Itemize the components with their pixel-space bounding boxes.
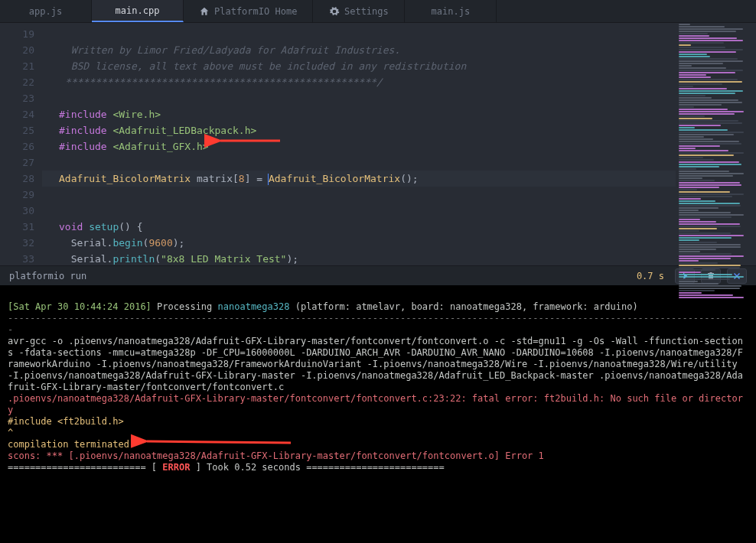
- term-env: nanoatmega328: [218, 301, 290, 312]
- line-number: 29: [0, 187, 34, 203]
- tab-label: main.cpp: [116, 5, 160, 16]
- term-footer: ========================= [ ERROR ] Took…: [8, 462, 445, 473]
- term-error-line: .pioenvs/nanoatmega328/Adafruit-GFX-Libr…: [8, 393, 743, 415]
- code-line: BSD license, all text above must be incl…: [42, 58, 756, 74]
- line-number: 22: [0, 74, 34, 90]
- line-number: 28: [0, 171, 34, 187]
- code-line: [42, 203, 756, 219]
- term-error-caret: ^: [8, 428, 13, 438]
- line-number: 27: [0, 154, 34, 171]
- code-view[interactable]: Written by Limor Fried/Ladyada for Adafr…: [42, 23, 756, 265]
- code-line: #include <Adafruit_GFX.h>: [42, 138, 756, 154]
- line-number: 32: [0, 235, 34, 251]
- code-line: Serial.println("8x8 LED Matrix Test");: [42, 251, 756, 265]
- tab-label: app.js: [29, 6, 62, 17]
- tab-label: main.js: [432, 6, 471, 17]
- line-number: 23: [0, 90, 34, 106]
- status-bar: platformio run 0.7 s: [0, 265, 756, 285]
- code-line: void setup() {: [42, 219, 756, 235]
- code-line: Adafruit_BicolorMatrix matrix[8] = Adafr…: [42, 171, 756, 187]
- code-line: Serial.begin(9600);: [42, 235, 756, 251]
- tab-main-cpp[interactable]: main.cpp: [92, 0, 184, 22]
- term-gcc-cmd: avr-gcc -o .pioenvs/nanoatmega328/Adafru…: [8, 336, 743, 392]
- tab-label: Settings: [344, 6, 389, 17]
- line-number: 31: [0, 219, 34, 235]
- term-error-terminated: compilation terminated.: [8, 439, 135, 450]
- status-command: platformio run: [9, 271, 86, 281]
- code-line: [42, 26, 756, 42]
- tab-label: PlatformIO Home: [214, 6, 297, 17]
- tab-main-js[interactable]: main.js: [405, 0, 497, 22]
- status-time: 0.7 s: [637, 271, 664, 281]
- line-number: 33: [0, 251, 34, 265]
- tab-app-js[interactable]: app.js: [0, 0, 92, 22]
- terminal-output[interactable]: [Sat Apr 30 10:44:24 2016] Processing na…: [0, 285, 756, 543]
- line-number: 25: [0, 122, 34, 138]
- minimap[interactable]: [676, 23, 756, 265]
- term-text: Processing: [152, 301, 218, 312]
- code-line: [42, 187, 756, 203]
- editor-area: 19202122232425262728293031323334 Written…: [0, 23, 756, 265]
- tab-platformio-home[interactable]: PlatformIO Home: [184, 0, 313, 22]
- home-icon: [199, 6, 210, 17]
- line-number: 30: [0, 203, 34, 219]
- code-line: [42, 154, 756, 171]
- code-line: Written by Limor Fried/Ladyada for Adafr…: [42, 42, 756, 58]
- line-gutter: 19202122232425262728293031323334: [0, 23, 42, 265]
- tab-bar: app.jsmain.cppPlatformIO HomeSettingsmai…: [0, 0, 756, 23]
- line-number: 24: [0, 106, 34, 122]
- term-error-include: #include <ft2build.h>: [8, 416, 124, 427]
- code-line: ****************************************…: [42, 74, 756, 90]
- code-line: #include <Adafruit_LEDBackpack.h>: [42, 122, 756, 138]
- term-divider: ----------------------------------------…: [8, 313, 743, 335]
- line-number: 21: [0, 58, 34, 74]
- line-number: 26: [0, 138, 34, 154]
- gear-icon: [329, 6, 340, 17]
- code-line: [42, 90, 756, 106]
- code-line: #include <Wire.h>: [42, 106, 756, 122]
- term-timestamp: [Sat Apr 30 10:44:24 2016]: [8, 301, 152, 312]
- line-number: 19: [0, 26, 34, 42]
- tab-settings[interactable]: Settings: [313, 0, 405, 22]
- line-number: 20: [0, 42, 34, 58]
- term-text: (platform: atmelavr, board: nanoatmega32…: [289, 301, 637, 312]
- term-scons-error: scons: *** [.pioenvs/nanoatmega328/Adafr…: [8, 450, 544, 461]
